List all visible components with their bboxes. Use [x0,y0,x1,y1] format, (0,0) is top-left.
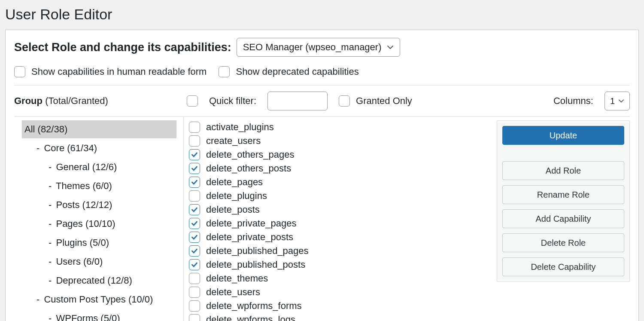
role-editor-panel: Select Role and change its capabilities:… [5,30,639,321]
chevron-down-icon [387,44,394,51]
group-sidebar: All (82/38)- Core (61/34)- General (12/6… [14,117,184,321]
capability-checkbox[interactable] [189,314,200,321]
capability-checkbox[interactable] [189,259,200,270]
sidebar-item[interactable]: - Users (6/0) [46,253,176,271]
capability-checkbox[interactable] [189,177,200,188]
capability-label: create_users [206,135,261,147]
capability-checkbox[interactable] [189,287,200,298]
human-readable-label: Show capabilities in human readable form [31,66,207,77]
select-role-label: Select Role and change its capabilities: [14,41,231,54]
select-all-checkbox[interactable] [187,95,198,107]
sidebar-item[interactable]: - Themes (6/0) [46,177,176,195]
capability-label: delete_plugins [206,190,267,202]
capability-row: delete_plugins [189,189,488,203]
capability-label: delete_private_posts [206,232,293,243]
sidebar-item-label: All (82/38) [24,124,67,135]
sidebar-item[interactable]: All (82/38) [22,120,176,138]
sidebar-item[interactable]: - Deprecated (12/8) [46,272,176,290]
sidebar-item-label: Users (6/0) [56,256,103,267]
capability-checkbox[interactable] [189,273,200,284]
capability-row: delete_published_posts [189,258,488,272]
sidebar-item-label: WPForms (5/0) [56,313,120,321]
quick-filter-input[interactable] [267,92,328,110]
role-select[interactable]: SEO Manager (wpseo_manager) [237,38,400,57]
sidebar-item[interactable]: - General (12/6) [46,158,176,176]
capability-label: delete_others_pages [206,149,295,160]
sidebar-item[interactable]: - Posts (12/12) [46,196,176,214]
capability-label: delete_wpforms_logs [206,314,295,321]
quick-filter-label: Quick filter: [209,95,256,107]
capability-row: delete_wpforms_forms [189,299,488,313]
capability-label: activate_plugins [206,122,274,133]
capability-row: delete_others_posts [189,162,488,175]
capability-checkbox[interactable] [189,190,200,202]
capability-label: delete_private_pages [206,218,296,229]
capability-label: delete_others_posts [206,163,291,174]
page-title: User Role Editor [5,6,639,23]
capabilities-list: activate_pluginscreate_usersdelete_other… [184,117,492,321]
capability-row: create_users [189,134,488,148]
role-select-value: SEO Manager (wpseo_manager) [243,42,382,53]
capability-row: delete_private_pages [189,217,488,230]
sidebar-item[interactable]: - Plugins (5/0) [46,234,176,252]
tree-dash: - [49,256,52,267]
rename-role-button[interactable]: Rename Role [502,185,624,204]
capability-label: delete_published_pages [206,245,309,257]
capability-row: delete_published_pages [189,244,488,258]
capability-checkbox[interactable] [189,149,200,160]
sidebar-item[interactable]: - Custom Post Types (10/0) [34,290,176,309]
capability-label: delete_themes [206,273,268,284]
capability-checkbox[interactable] [189,218,200,229]
capability-row: activate_plugins [189,120,488,134]
capability-checkbox[interactable] [189,122,200,133]
sidebar-item[interactable]: - Pages (10/10) [46,215,176,233]
capability-checkbox[interactable] [189,163,200,174]
capability-label: delete_posts [206,204,260,215]
tree-dash: - [49,237,52,248]
add-role-button[interactable]: Add Role [502,161,624,180]
capability-checkbox[interactable] [189,245,200,257]
actions-panel: Update Add Role Rename Role Add Capabili… [497,120,630,282]
deprecated-label: Show deprecated capabilities [236,66,358,77]
capability-checkbox[interactable] [189,300,200,312]
capability-label: delete_pages [206,177,263,188]
sidebar-item-label: Themes (6/0) [56,180,112,191]
sidebar-item-label: Posts (12/12) [56,199,112,210]
human-readable-checkbox[interactable]: Show capabilities in human readable form [14,66,207,77]
checkbox-icon [219,66,230,77]
delete-capability-button[interactable]: Delete Capability [502,257,624,276]
capability-row: delete_posts [189,203,488,217]
capability-label: delete_users [206,287,260,298]
sidebar-item[interactable]: - WPForms (5/0) [46,309,176,321]
capability-checkbox[interactable] [189,232,200,243]
tree-dash: - [49,313,52,321]
capability-checkbox[interactable] [189,135,200,147]
tree-dash: - [49,275,52,286]
capability-label: delete_published_posts [206,259,305,270]
tree-dash: - [49,199,52,210]
sidebar-item[interactable]: - Core (61/34) [34,139,176,157]
update-button[interactable]: Update [502,126,624,145]
checkbox-icon [339,95,350,107]
capability-label: delete_wpforms_forms [206,300,302,312]
group-heading: Group (Total/Granted) [14,95,177,107]
add-capability-button[interactable]: Add Capability [502,209,624,228]
capability-row: delete_themes [189,272,488,285]
group-heading-bold: Group [14,95,43,106]
columns-select[interactable]: 1 [605,92,630,110]
capability-row: delete_others_pages [189,148,488,162]
sidebar-item-label: Plugins (5/0) [56,237,109,248]
sidebar-item-label: Custom Post Types (10/0) [44,294,153,305]
deprecated-checkbox[interactable]: Show deprecated capabilities [219,66,358,77]
checkbox-icon [14,66,25,77]
capability-row: delete_pages [189,175,488,189]
tree-dash: - [36,143,39,153]
chevron-down-icon [618,96,624,106]
delete-role-button[interactable]: Delete Role [502,233,624,252]
tree-dash: - [49,218,52,229]
granted-only-label: Granted Only [356,95,412,107]
tree-dash: - [49,162,52,172]
granted-only-checkbox[interactable]: Granted Only [339,95,412,107]
capability-checkbox[interactable] [189,204,200,215]
sidebar-item-label: Pages (10/10) [56,218,115,229]
